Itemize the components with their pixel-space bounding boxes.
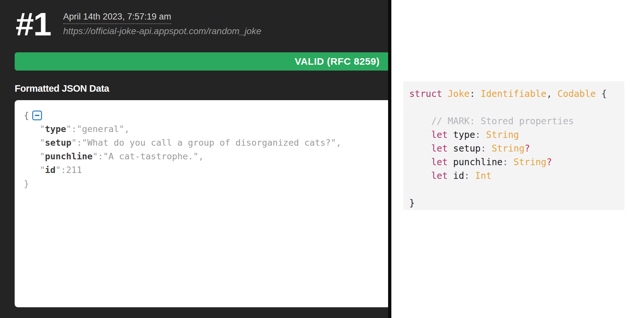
code-line: "type":"general",: [24, 122, 382, 136]
code-line: let id: Int: [409, 169, 624, 183]
code-pane: struct Joke: Identifiable, Codable { // …: [391, 0, 644, 318]
validator-pane: #1 April 14th 2023, 7:57:19 am https://o…: [0, 0, 388, 318]
formatted-json-panel: { "type":"general", "setup":"What do you…: [15, 100, 388, 307]
minus-square-icon[interactable]: [32, 111, 42, 120]
code-line: struct Joke: Identifiable, Codable {: [409, 87, 624, 101]
code-line: [409, 101, 624, 114]
section-title-formatted-json: Formatted JSON Data: [15, 83, 109, 94]
code-line: let setup: String?: [409, 142, 624, 155]
json-open-brace: {: [24, 109, 29, 122]
status-badge-valid: VALID (RFC 8259): [15, 52, 388, 71]
json-lines: "type":"general", "setup":"What do you c…: [24, 122, 382, 191]
request-number: #1: [16, 8, 51, 41]
window-divider: [388, 0, 391, 318]
code-line: "setup":"What do you call a group of dis…: [24, 136, 382, 150]
code-line: }: [24, 177, 382, 191]
screenshot-root: #1 April 14th 2023, 7:57:19 am https://o…: [0, 0, 644, 318]
code-line: [409, 183, 624, 196]
code-line: let type: String: [409, 128, 624, 142]
swift-code-block: struct Joke: Identifiable, Codable { // …: [403, 81, 624, 210]
code-line: "punchline":"A cat-tastrophe.",: [24, 150, 382, 163]
request-url: https://official-joke-api.appspot.com/ra…: [63, 26, 261, 36]
minus-bar: [35, 115, 39, 116]
json-root-line: {: [24, 109, 382, 122]
code-line: // MARK: Stored properties: [409, 114, 624, 128]
code-line: let punchline: String?: [409, 155, 624, 169]
code-line: }: [409, 196, 624, 210]
code-line: "id":211: [24, 163, 382, 177]
request-timestamp[interactable]: April 14th 2023, 7:57:19 am: [63, 12, 171, 24]
